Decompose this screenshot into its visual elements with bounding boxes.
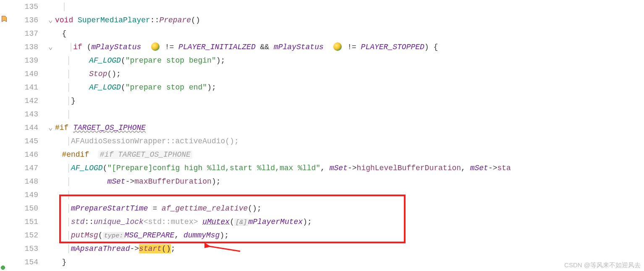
code-line[interactable]: │std::unique_lock<std::mutex> uMutex([&]… [48,215,644,229]
code-line[interactable]: } [48,255,644,269]
line-number: 147 [13,161,38,175]
fold-collapse-icon[interactable]: ⌄ [48,121,55,134]
fold-collapse-icon[interactable]: ⌄ [48,13,55,27]
code-line[interactable]: │ AF_LOGD("prepare stop end"); [48,81,644,94]
code-line[interactable]: ⌄ │if (mPlayStatus != PLAYER_INITIALZED … [48,40,644,54]
preprocessor-hint: #if TARGET_OS_IPHONE [98,150,192,159]
line-number: 135 [13,0,38,13]
inlay-hint: [&] [234,218,249,226]
line-number: 145 [13,134,38,148]
line-number: 137 [13,27,38,40]
line-number: 142 [13,94,38,108]
line-number: 153 [13,242,38,255]
fold-collapse-icon[interactable]: ⌄ [48,40,55,54]
line-number: 138 [13,40,38,54]
line-number: 143 [13,108,38,121]
code-line[interactable]: │ [48,188,644,202]
line-number: 151 [13,215,38,229]
marker-gutter [0,0,13,271]
line-number: 146 [13,148,38,161]
line-number: 150 [13,202,38,215]
line-number: 144 [13,121,38,134]
line-number: 149 [13,188,38,202]
line-number: 152 [13,229,38,242]
code-line[interactable]: │AFAudioSessionWrapper::activeAudio(); [48,134,644,148]
code-line[interactable]: │ Stop(); [48,67,644,81]
inlay-hint: type: [103,232,125,239]
inlay-icon [333,42,342,51]
line-number: 141 [13,81,38,94]
watermark-text: CSDN @等风来不如迎风去 [564,261,641,269]
code-line[interactable]: │ AF_LOGD("prepare stop begin"); [48,54,644,67]
change-marker-icon [1,266,5,270]
code-line[interactable]: │ mSet->maxBufferDuration); [48,175,644,188]
line-number: 140 [13,67,38,81]
line-number: 136 [13,13,38,27]
code-line[interactable]: { [48,27,644,40]
code-line[interactable]: ⌄#if TARGET_OS_IPHONE [48,121,644,134]
code-line[interactable]: │putMsg(type:MSG_PREPARE, dummyMsg); [48,229,644,242]
code-line[interactable]: │AF_LOGD("[Prepare]config high %lld,star… [48,161,644,175]
code-editor[interactable]: 135 136 137 138 139 140 141 142 143 144 … [0,0,644,271]
bookmark-marker-icon[interactable] [0,15,8,23]
code-content[interactable]: │ ⌄void SuperMediaPlayer::Prepare() { ⌄ … [48,0,644,271]
code-line[interactable]: │mPrepareStartTime = af_gettime_relative… [48,202,644,215]
code-line[interactable]: ⌄void SuperMediaPlayer::Prepare() [48,13,644,27]
line-number-gutter: 135 136 137 138 139 140 141 142 143 144 … [13,0,48,271]
code-line[interactable]: │ [48,108,644,121]
code-line[interactable]: │mApsaraThread->start(); [48,242,644,255]
code-line[interactable]: #endif #if TARGET_OS_IPHONE [48,148,644,161]
line-number: 154 [13,255,38,269]
inlay-icon [151,42,160,51]
line-number: 139 [13,54,38,67]
line-number: 148 [13,175,38,188]
code-line[interactable]: │ [48,0,644,13]
code-line[interactable]: │} [48,94,644,108]
